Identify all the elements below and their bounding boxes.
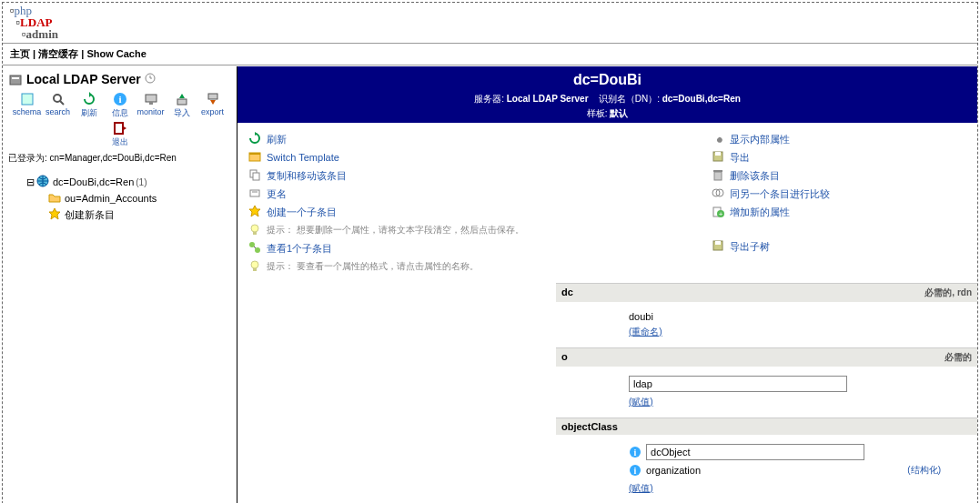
toolbar-monitor[interactable]: monitor <box>136 92 166 119</box>
action-rename[interactable]: 更名 <box>267 187 287 201</box>
hdr-dn-value: dc=DouBi,dc=Ren <box>662 94 741 104</box>
trash-icon <box>712 168 726 183</box>
action-add-attr[interactable]: 增加新的属性 <box>730 206 790 219</box>
toolbar-info-label: 信息 <box>112 107 128 119</box>
folder-icon <box>48 191 63 206</box>
hdr-server-value: Local LDAP Server <box>507 94 589 104</box>
sidebar-toolbar: schema search 刷新 i 信息 monitor <box>8 92 231 148</box>
bulb-icon <box>248 223 263 237</box>
action-export-subtree[interactable]: 导出子树 <box>730 240 770 254</box>
attr-dc-name[interactable]: dc <box>561 287 573 299</box>
hdr-tpl-label: 样板: <box>587 108 608 118</box>
toolbar-schema-label: schema <box>13 107 42 116</box>
action-switch-template[interactable]: Switch Template <box>267 152 339 163</box>
rename-icon <box>248 186 263 201</box>
toolbar-refresh[interactable]: 刷新 <box>75 92 104 119</box>
tree-child-admin-accounts[interactable]: ou=Admin_Accounts <box>48 190 231 206</box>
nav-home[interactable]: 主页 <box>10 48 30 59</box>
hdr-server-label: 服务器: <box>474 94 504 104</box>
globe-icon <box>36 175 51 189</box>
attr-o-addvalue[interactable]: (赋值) <box>629 397 653 407</box>
tree-root[interactable]: ⊟ dc=DouBi,dc=Ren (1) <box>26 174 231 190</box>
toolbar-logout-label: 退出 <box>112 136 128 148</box>
tree-new-entry-label[interactable]: 创建新条目 <box>65 208 115 222</box>
action-refresh[interactable]: 刷新 <box>267 133 287 146</box>
toolbar-schema[interactable]: schema <box>13 92 42 119</box>
toolbar-import-label: 导入 <box>174 107 190 119</box>
clock-icon[interactable] <box>145 72 159 86</box>
svg-rect-15 <box>208 94 217 99</box>
svg-point-29 <box>251 225 258 232</box>
svg-rect-46 <box>715 241 721 245</box>
star-icon <box>248 205 263 219</box>
action-view-children[interactable]: 查看1个子条目 <box>267 242 332 256</box>
attr-o-name[interactable]: o <box>561 351 568 364</box>
action-create-child[interactable]: 创建一个子条目 <box>267 206 337 219</box>
action-delete[interactable]: 删除该条目 <box>730 169 780 183</box>
server-title-text: Local LDAP Server <box>26 72 141 86</box>
svg-rect-1 <box>12 77 19 79</box>
info-icon[interactable]: i <box>629 446 643 460</box>
template-icon <box>248 150 263 165</box>
collapse-icon[interactable]: ⊟ <box>26 176 35 188</box>
svg-text:i: i <box>118 94 121 105</box>
actions-right-col: 显示内部属性 导出 删除该条目 同另一个条目进行比较 +增加新的属性 导出子树 <box>712 130 966 276</box>
tree-root-count: (1) <box>136 177 146 187</box>
action-compare[interactable]: 同另一个条目进行比较 <box>730 187 830 201</box>
actions-left-col: 刷新 Switch Template 复制和移动该条目 更名 创建一个子条目 提… <box>248 130 712 276</box>
attr-dc-rename[interactable]: (重命名) <box>629 327 662 337</box>
attr-objectclass-section: objectClass i i organization (结构化) (赋值) <box>556 417 977 503</box>
save-icon <box>712 150 726 165</box>
copy-icon <box>248 168 263 183</box>
svg-line-7 <box>60 101 64 105</box>
refresh-icon <box>248 132 263 146</box>
compare-icon <box>712 186 726 201</box>
info-icon[interactable]: i <box>629 464 643 478</box>
attr-o-input[interactable] <box>629 376 847 392</box>
svg-point-6 <box>54 95 61 102</box>
attr-dc-value: doubi <box>629 311 968 322</box>
svg-rect-5 <box>22 94 33 105</box>
logout-icon <box>113 121 127 136</box>
logo: ▫php ▫LDAP ▫admin <box>3 3 977 42</box>
top-nav: 主页 | 清空缓存 | Show Cache <box>3 45 977 64</box>
toolbar-refresh-label: 刷新 <box>81 107 97 119</box>
nav-show-cache[interactable]: Show Cache <box>86 48 146 59</box>
tree-new-entry[interactable]: 创建新条目 <box>48 206 231 223</box>
action-export[interactable]: 导出 <box>730 151 750 165</box>
toolbar-logout[interactable]: 退出 <box>106 121 135 148</box>
hint-delete-attr: 提示： 想要删除一个属性，请将文本字段清空，然后点击保存。 <box>267 224 524 236</box>
svg-marker-20 <box>49 208 60 219</box>
toolbar-info[interactable]: i 信息 <box>106 92 135 119</box>
toolbar-import[interactable]: 导入 <box>167 92 197 119</box>
svg-marker-18 <box>122 126 126 131</box>
toolbar-export[interactable]: export <box>198 92 227 119</box>
attr-dc-section: dc 必需的, rdn doubi (重命名) <box>556 283 977 347</box>
wrench-icon <box>712 132 726 146</box>
svg-rect-38 <box>714 172 722 180</box>
hdr-tpl-value: 默认 <box>610 108 628 118</box>
login-label: 已登录为: <box>8 153 47 163</box>
nav-purge-cache[interactable]: 清空缓存 <box>38 48 78 59</box>
refresh-icon <box>82 92 96 106</box>
content-area: dc=DouBi 服务器: Local LDAP Server 识别名（DN）:… <box>237 66 977 503</box>
svg-rect-25 <box>253 173 259 180</box>
action-show-internal[interactable]: 显示内部属性 <box>730 133 790 146</box>
toolbar-search[interactable]: search <box>44 92 73 119</box>
attr-oc-addvalue[interactable]: (赋值) <box>629 483 653 493</box>
server-title-row: Local LDAP Server <box>8 72 231 86</box>
svg-rect-35 <box>253 268 257 271</box>
children-icon <box>248 241 263 256</box>
attr-o-section: o 必需的 (赋值) <box>556 347 977 417</box>
svg-rect-37 <box>715 152 721 156</box>
bulb-icon <box>248 259 263 274</box>
login-dn: cn=Manager,dc=DouBi,dc=Ren <box>50 153 177 163</box>
svg-marker-14 <box>179 94 185 98</box>
attr-oc-name[interactable]: objectClass <box>561 421 618 432</box>
tree-child-label[interactable]: ou=Admin_Accounts <box>65 193 157 204</box>
star-icon <box>48 207 63 222</box>
tree-root-label[interactable]: dc=DouBi,dc=Ren <box>53 176 134 187</box>
svg-rect-13 <box>177 99 187 105</box>
action-copy-move[interactable]: 复制和移动该条目 <box>267 169 347 183</box>
attr-oc-input1[interactable] <box>646 444 864 460</box>
